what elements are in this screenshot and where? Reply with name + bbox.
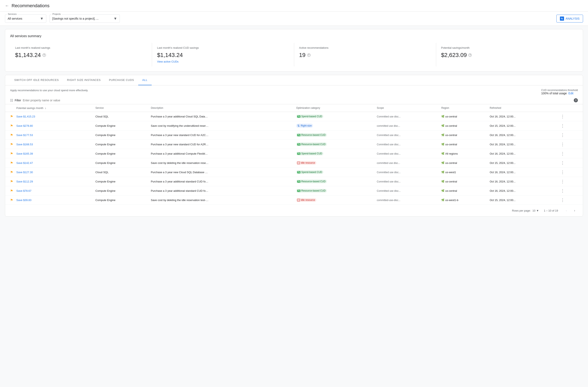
top-bar: ← Recommendations [0, 0, 588, 12]
savings-link[interactable]: Save $278.80 [16, 124, 33, 127]
savings-link[interactable]: Save $127.30 [16, 171, 33, 174]
optimization-cell: □ Idle resource [294, 195, 375, 205]
region-cell: 🌿 us-central [440, 121, 488, 131]
savings-link[interactable]: Save $168.53 [16, 143, 33, 146]
service-cell: Compute Engine [94, 149, 149, 158]
sort-icon: ↓ [45, 106, 46, 110]
col-description: Description [149, 104, 294, 112]
summary-card-cud-savings: Last month's realized CUD savings $1,143… [152, 43, 294, 66]
region-leaf-icon: 🌿 [441, 189, 444, 192]
savings-link[interactable]: Save $78.67 [16, 189, 31, 192]
tabs-bar: SWITCH OFF IDLE RESOURCES RIGHT SIZE INS… [5, 75, 583, 85]
optimization-cell: % Resource-based CUD [294, 140, 375, 149]
prev-page-button[interactable]: ‹ [563, 207, 570, 214]
services-select[interactable]: Services All services ▼ [5, 15, 46, 23]
optimization-cell: % Spend-based CUD [294, 168, 375, 177]
col-savings[interactable]: Potential savings /month ↓ [15, 104, 94, 112]
table-row: ⚑ Save $78.67 Compute Engine Purchase a … [5, 186, 583, 195]
flag-cell: ⚑ [5, 140, 15, 149]
description-cell: Save cost by deleting the idle reservati… [149, 158, 294, 168]
more-actions-button[interactable]: ⋮ [559, 113, 566, 119]
optimization-cell: % Resource-based CUD [294, 131, 375, 140]
scope-cell: Committed use disc... [375, 149, 440, 158]
tab-purchase-cuds[interactable]: PURCHASE CUDS [105, 75, 138, 85]
col-region: Region [440, 104, 488, 112]
savings-link[interactable]: Save $142.47 [16, 161, 33, 165]
more-actions-button[interactable]: ⋮ [559, 151, 566, 157]
savings-cell: Save $278.80 [15, 121, 94, 131]
scope-cell: Committed use disc... [375, 131, 440, 140]
region-cell: 🌿 us-west1-b [440, 195, 488, 205]
pagination-info: 1 – 10 of 19 [544, 209, 558, 212]
scope-cell: committed use disc... [375, 121, 440, 131]
more-actions-button[interactable]: ⋮ [559, 169, 566, 175]
cud-edit-link[interactable]: Edit [568, 92, 573, 95]
analysis-icon: % [560, 17, 564, 21]
tab-all[interactable]: ALL [138, 75, 152, 85]
optimization-cell: ⇅ Right-size [294, 121, 375, 131]
scope-cell: Committed use disc... [375, 112, 440, 121]
description-cell: Purchase a 3 year new standard CUD for A… [149, 131, 294, 140]
flag-icon: ⚑ [10, 198, 13, 202]
table-row: ⚑ Save $112.29 Compute Engine Purchase a… [5, 177, 583, 186]
region-cell: 🌿 All regions [440, 149, 488, 158]
savings-link[interactable]: Save $1,415.23 [16, 115, 35, 118]
refreshed-cell: Oct 16, 2024, 12:00... [488, 131, 557, 140]
flag-cell: ⚑ [5, 158, 15, 168]
more-actions-cell: ⋮ [557, 112, 583, 121]
tab-switch-off[interactable]: SWITCH OFF IDLE RESOURCES [10, 75, 63, 85]
more-actions-cell: ⋮ [557, 195, 583, 205]
service-cell: Cloud SQL [94, 112, 149, 121]
table-header-row: Apply recommendations to use your cloud … [5, 85, 583, 97]
services-chevron-icon: ▼ [40, 17, 43, 21]
flag-cell: ⚑ [5, 121, 15, 131]
more-actions-button[interactable]: ⋮ [559, 123, 566, 129]
savings-cell: Save $142.47 [15, 158, 94, 168]
filter-label: Filter [15, 99, 21, 102]
col-scope: Scope [375, 104, 440, 112]
refreshed-cell: Oct 16, 2024, 12:00... [488, 168, 557, 177]
optimization-cell: % Resource-based CUD [294, 186, 375, 195]
savings-link[interactable]: Save $165.39 [16, 152, 33, 155]
more-actions-button[interactable]: ⋮ [559, 188, 566, 194]
description-cell: Save cost by modifying the underutilized… [149, 121, 294, 131]
analysis-button[interactable]: % ANALYSIS [556, 15, 583, 22]
more-actions-button[interactable]: ⋮ [559, 178, 566, 185]
next-page-button[interactable]: › [571, 207, 578, 214]
filter-input[interactable] [23, 99, 572, 102]
rows-per-page-select[interactable]: 10 ▼ [532, 209, 539, 212]
more-actions-button[interactable]: ⋮ [559, 160, 566, 166]
view-active-cuds-link[interactable]: View active CUDs [157, 60, 289, 63]
scope-cell: Committed use disc... [375, 186, 440, 195]
realized-savings-info-icon[interactable]: ? [42, 54, 46, 57]
savings-link[interactable]: Save $39.83 [16, 198, 31, 202]
description-cell: Purchase a 3 year additional Cloud SQL D… [149, 112, 294, 121]
flag-icon: ⚑ [10, 152, 13, 155]
table-row: ⚑ Save $1,415.23 Cloud SQL Purchase a 3 … [5, 112, 583, 121]
region-cell: 🌿 us-central [440, 177, 488, 186]
region-cell: 🌿 us-central [440, 186, 488, 195]
optimization-cell: % Spend-based CUD [294, 112, 375, 121]
cud-threshold: CUD recommendations threshold 100% of to… [541, 89, 578, 95]
summary-cards: Last month's realized savings $1,143.24 … [10, 43, 578, 66]
more-actions-button[interactable]: ⋮ [559, 197, 566, 203]
savings-link[interactable]: Save $112.29 [16, 180, 33, 183]
projects-select[interactable]: Projects [Savings not specific to a proj… [50, 15, 120, 23]
scope-cell: committed use disc... [375, 158, 440, 168]
region-leaf-icon: 🌿 [441, 124, 444, 127]
potential-savings-info-icon[interactable]: ? [468, 54, 472, 57]
flag-icon: ⚑ [10, 180, 13, 183]
active-recs-info-icon[interactable]: ? [307, 54, 311, 57]
table-row: ⚑ Save $142.47 Compute Engine Save cost … [5, 158, 583, 168]
region-leaf-icon: 🌿 [441, 134, 444, 136]
savings-link[interactable]: Save $177.53 [16, 134, 33, 137]
more-actions-button[interactable]: ⋮ [559, 141, 566, 147]
help-icon[interactable]: ? [574, 98, 578, 102]
flag-icon: ⚑ [10, 124, 13, 128]
more-actions-cell: ⋮ [557, 121, 583, 131]
tab-right-size[interactable]: RIGHT SIZE INSTANCES [63, 75, 105, 85]
projects-chevron-icon: ▼ [113, 17, 117, 21]
more-actions-button[interactable]: ⋮ [559, 132, 566, 138]
region-leaf-icon: 🌿 [441, 152, 444, 155]
back-button[interactable]: ← [5, 3, 9, 8]
